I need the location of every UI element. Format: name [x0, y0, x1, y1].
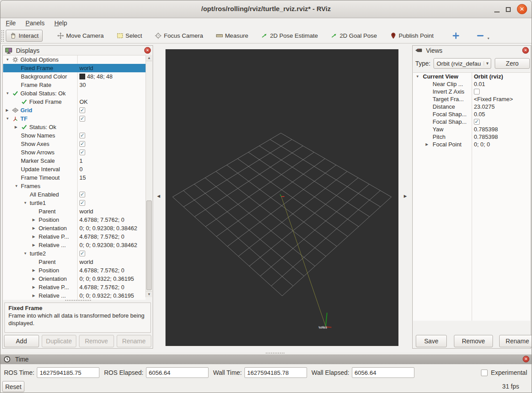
property-value[interactable]: 4.6788; 7.5762; 0	[79, 216, 124, 223]
tree-row-show-arrows[interactable]: Show Arrows✓	[3, 148, 146, 157]
scroll-down-icon[interactable]: ▼	[146, 291, 152, 297]
displays-panel-header[interactable]: Displays	[3, 46, 153, 55]
property-value[interactable]: 48; 48; 48	[79, 73, 113, 80]
property-value[interactable]: 0; 0; 0.9322; 0.36195	[79, 275, 134, 282]
tree-row-position[interactable]: ▶Position4.6788; 7.5762; 0	[3, 266, 146, 275]
tree-row-relative[interactable]: ▶Relative ...0; 0; 0.9322; 0.36195	[3, 291, 146, 300]
property-value[interactable]: Orbit (rviz)	[474, 73, 503, 80]
collapse-left-panel-icon[interactable]: ◀	[157, 194, 160, 198]
property-value[interactable]: ✓	[79, 133, 85, 138]
property-value[interactable]	[474, 89, 480, 94]
expander-closed-icon[interactable]: ▶	[32, 235, 39, 239]
checkbox[interactable]: ✓	[474, 119, 480, 125]
tree-row-yaw[interactable]: Yaw0.785398	[413, 126, 530, 133]
tree-row-invert-z-axis[interactable]: Invert Z Axis	[413, 88, 530, 95]
add-tool-button[interactable]	[449, 30, 463, 42]
property-value[interactable]: <Fixed Frame>	[474, 96, 513, 102]
remove-button[interactable]: Remove	[454, 335, 493, 347]
3d-viewport[interactable]: turtle1turtle2	[166, 49, 398, 346]
save-button[interactable]: Save	[416, 335, 447, 347]
tree-row-focal-shap[interactable]: Focal Shap...0.05	[413, 110, 530, 118]
wall-time-input[interactable]	[244, 367, 307, 378]
expander-open-icon[interactable]: ▼	[6, 117, 12, 121]
checkbox[interactable]: ✓	[79, 149, 85, 155]
tree-row-focal-point[interactable]: ▶Focal Point0; 0; 0	[413, 141, 530, 148]
tree-row-relative[interactable]: ▶Relative ...0; 0; 0.92308; 0.38462	[3, 241, 146, 249]
property-value[interactable]: 0; 0; 0.92308; 0.38462	[79, 225, 137, 232]
minimize-icon[interactable]	[494, 6, 500, 12]
tool-focus-camera[interactable]: Focus Camera	[151, 30, 207, 42]
tree-row-pitch[interactable]: Pitch0.785398	[413, 133, 530, 141]
tree-row-tf[interactable]: ▼TF✓	[3, 114, 146, 123]
property-value[interactable]: ✓	[474, 119, 480, 125]
property-value[interactable]: ✓	[79, 149, 85, 155]
property-value[interactable]: 0.01	[474, 81, 485, 87]
add-button[interactable]: Add	[4, 335, 39, 347]
expander-closed-icon[interactable]: ▶	[15, 126, 21, 129]
expander-open-icon[interactable]: ▼	[6, 58, 12, 62]
maximize-icon[interactable]	[506, 7, 511, 12]
views-panel-header[interactable]: Views	[413, 46, 531, 55]
reset-button[interactable]: Reset	[2, 381, 24, 392]
tree-row-turtle1[interactable]: ▼turtle1✓	[3, 199, 146, 207]
expander-closed-icon[interactable]: ▶	[32, 286, 39, 289]
tree-row-turtle2[interactable]: ▼turtle2✓	[3, 249, 146, 258]
tree-row-status-ok[interactable]: ▶Status: Ok	[3, 123, 146, 131]
property-value[interactable]: ✓	[79, 107, 85, 113]
property-value[interactable]: world	[79, 208, 93, 215]
property-value[interactable]: 1	[79, 157, 83, 164]
property-value[interactable]: world	[79, 65, 93, 71]
property-value[interactable]: 4.6788; 7.5762; 0	[79, 284, 124, 291]
tree-row-global-status-ok[interactable]: ▼Global Status: Ok	[3, 89, 146, 98]
checkbox[interactable]: ✓	[79, 251, 85, 256]
ros-elapsed-input[interactable]	[146, 367, 209, 378]
tree-row-orientation[interactable]: ▶Orientation0; 0; 0.9322; 0.36195	[3, 275, 146, 283]
tree-row-relative-p[interactable]: ▶Relative P...4.6788; 7.5762; 0	[3, 283, 146, 291]
tool-publish-point[interactable]: Publish Point	[386, 30, 438, 42]
ros-time-input[interactable]	[37, 367, 99, 378]
property-value[interactable]: ✓	[79, 141, 85, 147]
property-value[interactable]: ✓	[79, 116, 85, 122]
tree-row-fixed-frame[interactable]: Fixed Frameworld	[3, 64, 146, 72]
tool-select[interactable]: Select	[113, 30, 146, 42]
property-value[interactable]: 0	[79, 166, 83, 173]
expander-closed-icon[interactable]: ▶	[32, 227, 39, 230]
tree-row-near-clip[interactable]: Near Clip ...0.01	[413, 80, 530, 88]
property-value[interactable]: 0.785398	[474, 134, 498, 140]
property-value[interactable]: 0; 0; 0	[474, 141, 490, 148]
tree-row-all-enabled[interactable]: All Enabled✓	[3, 190, 146, 199]
expander-closed-icon[interactable]: ▶	[32, 277, 39, 281]
checkbox[interactable]: ✓	[79, 200, 85, 206]
property-value[interactable]: 4.6788; 7.5762; 0	[79, 267, 124, 274]
checkbox[interactable]: ✓	[79, 141, 85, 147]
zero-button[interactable]: Zero	[495, 58, 530, 69]
scrollbar-thumb[interactable]	[146, 200, 152, 290]
tool-move-camera[interactable]: Move Camera	[53, 30, 108, 42]
displays-scrollbar[interactable]: ▲ ▼	[146, 55, 152, 297]
tree-row-frame-timeout[interactable]: Frame Timeout15	[3, 173, 146, 182]
property-value[interactable]: 15	[79, 174, 86, 181]
checkbox[interactable]	[474, 89, 480, 94]
scroll-up-icon[interactable]: ▲	[146, 55, 152, 61]
expander-closed-icon[interactable]: ▶	[6, 109, 12, 112]
tree-row-focal-shap[interactable]: Focal Shap...✓	[413, 118, 530, 126]
views-close-icon[interactable]	[522, 47, 529, 54]
tree-row-fixed-frame[interactable]: Fixed FrameOK	[3, 98, 146, 106]
tree-row-distance[interactable]: Distance23.0275	[413, 103, 530, 110]
tree-row-grid[interactable]: ▶Grid✓	[3, 106, 146, 114]
expander-open-icon[interactable]: ▼	[6, 92, 12, 95]
menu-item-panels[interactable]: Panels	[26, 20, 45, 27]
tool-interact[interactable]: Interact	[6, 30, 43, 42]
remove-tool-button[interactable]: ▼	[473, 30, 493, 42]
property-value[interactable]: world	[79, 259, 93, 265]
tree-row-frame-rate[interactable]: Frame Rate30	[3, 81, 146, 89]
property-value[interactable]: 0; 0; 0.92308; 0.38462	[79, 242, 137, 248]
checkbox[interactable]: ✓	[79, 192, 85, 197]
tree-row-marker-scale[interactable]: Marker Scale1	[3, 157, 146, 165]
tree-row-global-options[interactable]: ▼Global Options	[3, 55, 146, 64]
tree-row-orientation[interactable]: ▶Orientation0; 0; 0.92308; 0.38462	[3, 224, 146, 232]
time-close-icon[interactable]	[523, 356, 529, 362]
property-value[interactable]: ✓	[79, 251, 85, 256]
tree-row-frames[interactable]: ▼Frames	[3, 182, 146, 190]
toolbar-drag-handle[interactable]	[1, 30, 4, 42]
